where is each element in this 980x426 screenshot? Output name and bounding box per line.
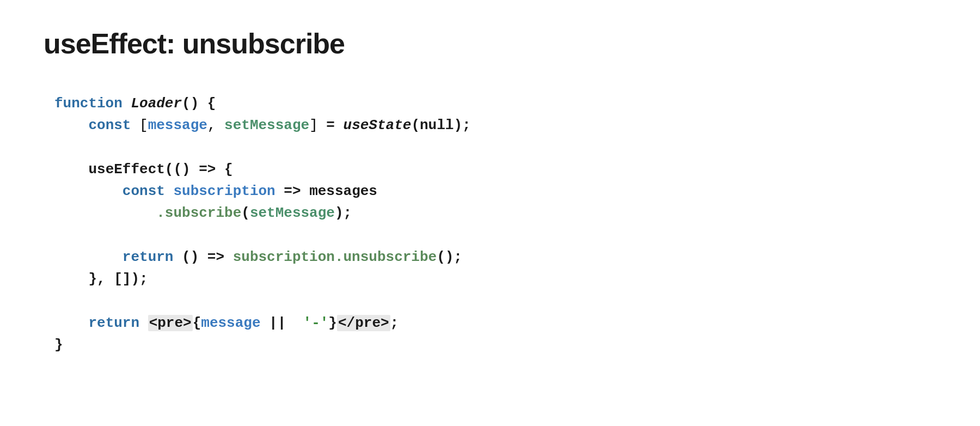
code-line-blank3 — [54, 290, 936, 312]
code-line-5: const subscription => messages — [54, 180, 936, 202]
code-line-1: function Loader() { — [54, 93, 936, 114]
page-title: useEffect: unsubscribe — [44, 27, 936, 60]
code-line-12: } — [54, 334, 936, 356]
code-line-8: return () => subscription.unsubscribe(); — [54, 246, 936, 268]
code-line-blank1 — [54, 137, 936, 159]
code-line-9: }, []); — [54, 268, 936, 290]
code-line-4: useEffect(() => { — [54, 159, 936, 180]
code-line-11: return <pre>{message || '-'}</pre>; — [54, 312, 936, 334]
code-block: function Loader() { const [message, setM… — [54, 93, 936, 356]
code-line-6: .subscribe(setMessage); — [54, 202, 936, 224]
code-line-blank2 — [54, 224, 936, 246]
code-line-2: const [message, setMessage] = useState(n… — [54, 114, 936, 136]
